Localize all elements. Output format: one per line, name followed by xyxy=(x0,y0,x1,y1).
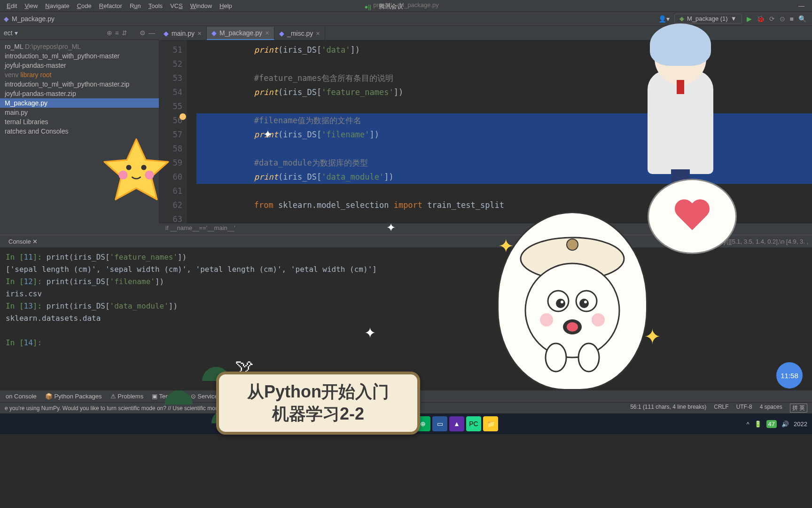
tray-chevron-icon[interactable]: ^ xyxy=(747,421,750,428)
debug-button[interactable]: 🐞 xyxy=(757,15,765,23)
user-icon[interactable]: 👤▾ xyxy=(658,15,670,23)
system-tray[interactable]: ^ 🔋 47 🔊 2022 xyxy=(747,420,808,428)
code-content[interactable]: print(iris_DS['data']) #feature_names包含所… xyxy=(187,40,812,223)
console-panel: Console ✕ data': array([[5.1, 3.5, 1.4, … xyxy=(0,235,812,390)
menu-window[interactable]: Window xyxy=(187,1,215,10)
minimize-icon[interactable]: — xyxy=(796,1,807,10)
external-libraries[interactable]: ternal Libraries xyxy=(0,117,159,127)
editor-area: ◆ main.py ✕ ◆ M_package.py ✕ ◆ _misc.py … xyxy=(159,26,812,235)
menu-help[interactable]: Help xyxy=(217,1,235,10)
target-icon[interactable]: ⊕ xyxy=(107,29,112,37)
timer-badge[interactable]: 11:58 xyxy=(776,362,803,389)
tree-item-file[interactable]: introduction_to_ml_with_python-master.zi… xyxy=(0,79,159,89)
clock[interactable]: 2022 xyxy=(794,421,807,428)
project-sidebar: ect ▾ ⊕ ≡ ⇵ ⚙ — ro_ML D:\pyrepos\pro_ML … xyxy=(0,26,159,235)
close-icon[interactable]: ✕ xyxy=(265,30,269,36)
banner-line1: 从Python开始入门 xyxy=(247,381,389,403)
run-coverage-button[interactable]: ⟳ xyxy=(769,15,775,23)
python-icon: ◆ xyxy=(164,30,169,37)
pycharm-icon[interactable]: PC xyxy=(466,416,481,431)
main-layout: ect ▾ ⊕ ≡ ⇵ ⚙ — ro_ML D:\pyrepos\pro_ML … xyxy=(0,26,812,235)
scratches[interactable]: ratches and Consoles xyxy=(0,127,159,136)
python-icon: ◆ xyxy=(279,30,284,37)
console-tab[interactable]: Console ✕ xyxy=(4,237,42,246)
menubar: Edit View Navigate Code Refactor Run Too… xyxy=(0,0,812,12)
menu-run[interactable]: Run xyxy=(127,1,144,10)
cursor-position[interactable]: 56:1 (111 chars, 4 line breaks) xyxy=(630,404,706,413)
run-config-selector[interactable]: ◆ M_package (1) ▼ xyxy=(674,14,742,24)
line-separator[interactable]: CRLF xyxy=(714,404,728,413)
menu-code[interactable]: Code xyxy=(74,1,94,10)
tree-item-dir[interactable]: joyful-pandas-master xyxy=(0,61,159,70)
console-body[interactable]: In [11]: print(iris_DS['feature_names'])… xyxy=(0,247,812,353)
hide-icon[interactable]: — xyxy=(148,29,155,37)
gutter: 51525354555657585960616263 xyxy=(159,40,187,223)
console-tabs: Console ✕ data': array([[5.1, 3.5, 1.4, … xyxy=(0,235,812,247)
toolbar: ◆ M_package.py 👤▾ ◆ M_package (1) ▼ ▶ 🐞 … xyxy=(0,12,812,26)
stop-button[interactable]: ■ xyxy=(790,15,794,23)
code-breadcrumb[interactable]: if __name__=='__main__' xyxy=(159,223,812,235)
python-icon: ◆ xyxy=(211,29,217,37)
tree-item-selected[interactable]: M_package.py xyxy=(0,98,159,108)
run-button[interactable]: ▶ xyxy=(747,15,752,23)
app-icon[interactable]: ▭ xyxy=(432,416,447,431)
tab-misc[interactable]: ◆ _misc.py ✕ xyxy=(274,27,325,40)
search-button[interactable]: 🔍 xyxy=(798,15,806,23)
profile-button[interactable]: ⊙ xyxy=(780,15,785,23)
tree-item-venv[interactable]: venv library root xyxy=(0,70,159,79)
app-icon[interactable]: ▲ xyxy=(449,416,464,431)
ime-indicator[interactable]: 拼 英 xyxy=(790,404,807,413)
tab-python-console[interactable]: on Console xyxy=(6,393,37,400)
tab-mpackage[interactable]: ◆ M_package.py ✕ xyxy=(207,27,274,40)
title-banner-overlay: 从Python开始入门 机器学习2-2 xyxy=(216,372,420,435)
wifi-icon[interactable]: 47 xyxy=(766,420,777,428)
close-icon[interactable]: ✕ xyxy=(316,31,320,37)
battery-icon[interactable]: 🔋 xyxy=(754,421,762,428)
close-icon[interactable]: ✕ xyxy=(197,31,202,37)
tab-terminal[interactable]: ▣ Terminal xyxy=(152,393,182,400)
indent[interactable]: 4 spaces xyxy=(760,404,782,413)
lightbulb-icon[interactable] xyxy=(180,113,186,120)
chevron-down-icon: ▼ xyxy=(731,15,737,22)
code-editor[interactable]: 51525354555657585960616263 print(iris_DS… xyxy=(159,40,812,223)
tree-item-file[interactable]: main.py xyxy=(0,108,159,117)
menu-view[interactable]: View xyxy=(22,1,40,10)
file-icon: ◆ xyxy=(4,15,9,23)
menu-refactor[interactable]: Refactor xyxy=(96,1,125,10)
volume-icon[interactable]: 🔊 xyxy=(781,421,789,428)
menu-edit[interactable]: Edit xyxy=(4,1,20,10)
menu-navigate[interactable]: Navigate xyxy=(42,1,72,10)
tree-item-dir[interactable]: introduction_to_ml_with_python-master xyxy=(0,51,159,61)
banner-line2: 机器学习2-2 xyxy=(247,403,389,425)
titlebar-extra: ●|| 腾讯会议 xyxy=(361,1,406,12)
collapse-icon[interactable]: ≡ xyxy=(115,29,119,37)
nav-breadcrumb[interactable]: M_package.py xyxy=(12,15,55,23)
project-tree[interactable]: ro_ML D:\pyrepos\pro_ML introduction_to_… xyxy=(0,40,159,235)
tab-services[interactable]: ⊙ Service xyxy=(191,393,218,400)
tree-item-file[interactable]: joyful-pandas-master.zip xyxy=(0,89,159,98)
tab-problems[interactable]: ⚠ Problems xyxy=(110,393,144,400)
gear-icon[interactable]: ⚙ xyxy=(140,29,146,37)
menu-vcs[interactable]: VCS xyxy=(167,1,186,10)
python-icon: ◆ xyxy=(679,15,684,22)
menu-tools[interactable]: Tools xyxy=(146,1,165,10)
encoding[interactable]: UTF-8 xyxy=(736,404,752,413)
project-label[interactable]: ect ▾ xyxy=(4,29,18,37)
app-icon[interactable]: 📁 xyxy=(483,416,498,431)
editor-tabs: ◆ main.py ✕ ◆ M_package.py ✕ ◆ _misc.py … xyxy=(159,26,812,40)
tab-main[interactable]: ◆ main.py ✕ xyxy=(159,27,207,40)
project-root[interactable]: ro_ML D:\pyrepos\pro_ML xyxy=(0,42,159,51)
console-hint: data': array([[5.1, 3.5, 1.4, 0.2],\n [4… xyxy=(696,238,808,245)
tab-python-packages[interactable]: 📦 Python Packages xyxy=(45,393,102,400)
expand-icon[interactable]: ⇵ xyxy=(122,29,127,37)
